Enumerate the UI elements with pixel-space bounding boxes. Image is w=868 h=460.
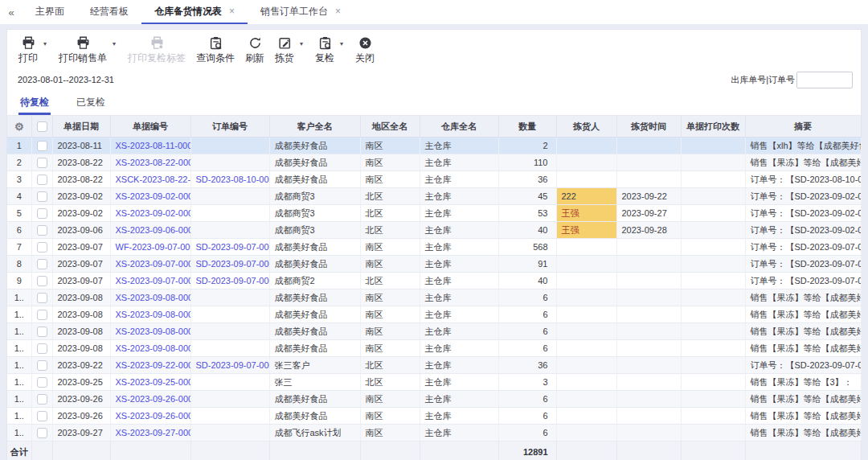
toolbar-button-4[interactable]: 刷新 <box>245 35 264 65</box>
cell-doc-no-link[interactable]: XS-2023-08-11-00013 <box>110 138 190 154</box>
column-header-3[interactable]: 客户全名 <box>269 116 360 138</box>
table-row[interactable]: 1.. 2023-09-08 XS-2023-09-08-00024 成都美好食… <box>7 290 861 306</box>
cell-order-no-link[interactable] <box>190 408 269 425</box>
table-row[interactable]: 8 2023-09-07 XS-2023-09-07-00022 SD-2023… <box>7 256 861 273</box>
column-settings-gear-icon[interactable]: ⚙ <box>14 121 24 133</box>
cell-doc-no-link[interactable]: XS-2023-09-07-00023 <box>110 273 190 290</box>
table-row[interactable]: 4 2023-09-02 XS-2023-09-02-00016 成都商贸3 北… <box>7 188 861 205</box>
cell-doc-no-link[interactable]: XS-2023-08-22-00014 <box>110 154 190 171</box>
table-row[interactable]: 2 2023-08-22 XS-2023-08-22-00014 成都美好食品 … <box>7 154 861 171</box>
cell-order-no-link[interactable] <box>190 205 269 222</box>
toolbar-button-6[interactable]: 复检 ▾ <box>315 35 345 65</box>
cell-order-no-link[interactable]: SD-2023-09-07-00017 <box>190 256 269 273</box>
table-row[interactable]: 1.. 2023-09-26 XS-2023-09-26-00032 成都美好食… <box>7 391 861 408</box>
cell-order-no-link[interactable] <box>190 290 269 306</box>
cell-order-no-link[interactable] <box>190 188 269 205</box>
table-row[interactable]: 1 2023-08-11 XS-2023-08-11-00013 成都美好食品 … <box>7 138 861 154</box>
cell-doc-no-link[interactable]: XS-2023-09-08-00026 <box>110 323 190 340</box>
column-header-0[interactable]: 单据日期 <box>52 116 110 138</box>
dropdown-caret-icon[interactable]: ▾ <box>43 40 47 47</box>
table-row[interactable]: 1.. 2023-09-08 XS-2023-09-08-00027 成都美好食… <box>7 340 861 357</box>
table-row[interactable]: 6 2023-09-06 XS-2023-09-06-00018 成都商贸3 北… <box>7 222 861 239</box>
cell-order-no-link[interactable]: SD-2023-09-07-00014 <box>190 273 269 290</box>
cell-doc-no-link[interactable]: XS-2023-09-26-00033 <box>110 408 190 425</box>
cell-order-no-link[interactable] <box>190 323 269 340</box>
cell-doc-no-link[interactable]: XS-2023-09-08-00025 <box>110 306 190 323</box>
table-row[interactable]: 3 2023-08-22 XSCK-2023-08-22-00001 SD-20… <box>7 171 861 188</box>
cell-doc-no-link[interactable]: XS-2023-09-06-00018 <box>110 222 190 239</box>
cell-order-no-link[interactable] <box>190 306 269 323</box>
row-checkbox[interactable] <box>37 411 47 421</box>
subtab-0[interactable]: 待复检 <box>18 92 51 115</box>
cell-doc-no-link[interactable]: XS-2023-09-02-00016 <box>110 188 190 205</box>
row-checkbox[interactable] <box>37 225 47 236</box>
collapse-tabs-icon[interactable]: « <box>0 0 23 24</box>
row-checkbox[interactable] <box>37 191 47 202</box>
subtab-1[interactable]: 已复检 <box>75 92 107 115</box>
column-header-10[interactable]: 摘要 <box>745 116 861 138</box>
cell-order-no-link[interactable] <box>190 222 269 239</box>
cell-order-no-link[interactable] <box>190 154 269 171</box>
row-checkbox[interactable] <box>37 310 47 320</box>
row-checkbox[interactable] <box>37 175 47 185</box>
cell-doc-no-link[interactable]: XS-2023-09-08-00024 <box>110 290 190 306</box>
cell-order-no-link[interactable] <box>190 425 269 442</box>
row-checkbox[interactable] <box>37 158 47 168</box>
dropdown-caret-icon[interactable]: ▾ <box>300 40 303 47</box>
row-checkbox[interactable] <box>37 276 47 286</box>
main-tab-1[interactable]: 经营看板 <box>77 0 141 24</box>
cell-doc-no-link[interactable]: XS-2023-09-27-00034 <box>110 425 190 442</box>
dropdown-caret-icon[interactable]: ▾ <box>340 40 343 47</box>
row-checkbox[interactable] <box>37 208 47 219</box>
row-checkbox[interactable] <box>37 343 47 354</box>
cell-doc-no-link[interactable]: XS-2023-09-08-00027 <box>110 340 190 357</box>
dropdown-caret-icon[interactable]: ▾ <box>113 40 116 47</box>
toolbar-button-7[interactable]: 关闭 <box>355 35 375 65</box>
tab-close-icon[interactable]: × <box>229 6 235 17</box>
row-checkbox[interactable] <box>37 242 47 253</box>
cell-order-no-link[interactable]: SD-2023-08-10-00002 <box>190 171 269 188</box>
toolbar-button-0[interactable]: 打印 ▾ <box>18 35 48 65</box>
table-row[interactable]: 1.. 2023-09-25 XS-2023-09-25-00031 张三 北区… <box>7 374 861 391</box>
cell-order-no-link[interactable] <box>190 340 269 357</box>
cell-doc-no-link[interactable]: XS-2023-09-25-00031 <box>110 374 190 391</box>
table-row[interactable]: 1.. 2023-09-26 XS-2023-09-26-00033 成都美好食… <box>7 408 861 425</box>
table-row[interactable]: 7 2023-09-07 WF-2023-09-07-00003 SD-2023… <box>7 239 861 256</box>
cell-order-no-link[interactable] <box>190 138 269 154</box>
column-header-8[interactable]: 拣货时间 <box>616 116 681 138</box>
column-header-6[interactable]: 数量 <box>498 116 556 138</box>
row-checkbox[interactable] <box>37 377 47 388</box>
column-header-2[interactable]: 订单编号 <box>190 116 269 138</box>
column-header-7[interactable]: 拣货人 <box>556 116 616 138</box>
cell-doc-no-link[interactable]: XS-2023-09-22-00030 <box>110 357 190 374</box>
cell-doc-no-link[interactable]: XS-2023-09-26-00032 <box>110 391 190 408</box>
row-checkbox[interactable] <box>37 394 47 405</box>
table-row[interactable]: 9 2023-09-07 XS-2023-09-07-00023 SD-2023… <box>7 273 861 290</box>
table-row[interactable]: 1.. 2023-09-27 XS-2023-09-27-00034 成都飞行a… <box>7 425 861 442</box>
tab-close-icon[interactable]: × <box>335 6 341 17</box>
row-checkbox[interactable] <box>37 360 47 371</box>
toolbar-button-3[interactable]: 查询条件 <box>196 35 235 65</box>
row-checkbox[interactable] <box>37 428 47 438</box>
cell-order-no-link[interactable]: SD-2023-09-07-00009 <box>190 239 269 256</box>
column-header-5[interactable]: 仓库全名 <box>420 116 498 138</box>
row-checkbox[interactable] <box>37 293 47 303</box>
toolbar-button-1[interactable]: 打印销售单 ▾ <box>59 35 117 65</box>
main-tab-2[interactable]: 仓库备货情况表 × <box>141 0 248 24</box>
cell-doc-no-link[interactable]: XS-2023-09-02-00017 <box>110 205 190 222</box>
row-checkbox[interactable] <box>37 141 47 151</box>
cell-doc-no-link[interactable]: XS-2023-09-07-00022 <box>110 256 190 273</box>
main-tab-0[interactable]: 主界面 <box>23 0 77 24</box>
search-input[interactable] <box>796 72 853 88</box>
column-header-4[interactable]: 地区全名 <box>360 116 420 138</box>
cell-doc-no-link[interactable]: WF-2023-09-07-00003 <box>110 239 190 256</box>
table-row[interactable]: 1.. 2023-09-22 XS-2023-09-22-00030 SD-20… <box>7 357 861 374</box>
select-all-checkbox[interactable] <box>37 121 47 132</box>
table-row[interactable]: 1.. 2023-09-08 XS-2023-09-08-00026 成都美好食… <box>7 323 861 340</box>
table-row[interactable]: 1.. 2023-09-08 XS-2023-09-08-00025 成都美好食… <box>7 306 861 323</box>
column-header-9[interactable]: 单据打印次数 <box>681 116 745 138</box>
cell-order-no-link[interactable] <box>190 391 269 408</box>
cell-doc-no-link[interactable]: XSCK-2023-08-22-00001 <box>110 171 190 188</box>
cell-order-no-link[interactable]: SD-2023-09-07-00005 <box>190 357 269 374</box>
row-checkbox[interactable] <box>37 327 47 337</box>
